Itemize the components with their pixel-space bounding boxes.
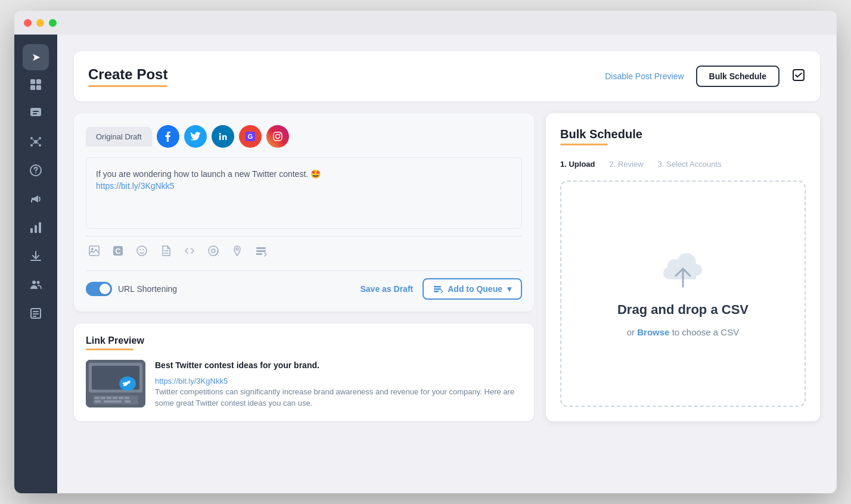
sidebar-item-users[interactable]	[23, 273, 49, 299]
sidebar-item-chat[interactable]	[23, 101, 49, 127]
help-icon	[29, 164, 42, 180]
svg-rect-0	[30, 79, 35, 84]
post-link[interactable]: https://bit.ly/3KgNkk5	[96, 181, 175, 191]
sidebar-item-download[interactable]	[23, 244, 49, 270]
queue-toolbar-icon[interactable]	[253, 242, 269, 262]
svg-rect-3	[36, 85, 41, 90]
step-2[interactable]: 2. Review	[610, 160, 644, 169]
composer-card: Original Draft	[74, 113, 534, 312]
close-button[interactable]	[24, 19, 32, 27]
svg-point-17	[35, 172, 36, 173]
article-title: Best Twitter contest ideas for your bran…	[155, 360, 522, 372]
facebook-tab[interactable]	[157, 125, 179, 148]
dropdown-chevron-icon: ▾	[507, 284, 511, 294]
code-toolbar-icon[interactable]	[181, 242, 198, 262]
chat-icon	[29, 107, 42, 123]
add-to-queue-label: Add to Queue	[448, 284, 502, 294]
preview-image-mock	[86, 360, 145, 407]
link-preview-title-bar	[86, 349, 133, 350]
app-body: ➤	[14, 35, 837, 493]
page-title-container: Create Post	[88, 66, 167, 87]
add-to-queue-button[interactable]: Add to Queue ▾	[423, 278, 522, 300]
tab-original-draft[interactable]: Original Draft	[86, 127, 152, 147]
svg-rect-48	[256, 247, 266, 249]
post-text: If you are wondering how to launch a new…	[96, 167, 512, 181]
right-column: Bulk Schedule 1. Upload 2. Review 3. Sel…	[546, 113, 820, 421]
sidebar-item-notes[interactable]	[23, 301, 49, 328]
svg-line-12	[33, 139, 34, 141]
svg-point-42	[143, 249, 144, 250]
maximize-button[interactable]	[49, 19, 57, 27]
upload-area-title: Drag and drop a CSV	[617, 302, 748, 318]
url-shortening-row: URL Shortening	[86, 282, 177, 296]
sidebar-item-send[interactable]: ➤	[23, 44, 49, 70]
svg-rect-60	[107, 397, 111, 399]
titlebar	[14, 11, 837, 35]
title-underline	[88, 85, 167, 87]
header-actions: Disable Post Preview Bulk Schedule	[605, 66, 806, 87]
instagram-tab[interactable]	[266, 125, 289, 148]
image-toolbar-icon[interactable]	[86, 242, 103, 262]
two-col-layout: Original Draft	[74, 113, 820, 421]
disable-preview-button[interactable]: Disable Post Preview	[605, 71, 684, 81]
svg-point-8	[30, 137, 33, 139]
svg-rect-58	[95, 397, 100, 399]
svg-point-35	[279, 133, 281, 135]
article-url[interactable]: https://bit.ly/3KgNkk5	[155, 377, 228, 385]
network-icon	[29, 135, 42, 151]
post-content-area[interactable]: If you are wondering how to launch a new…	[86, 157, 522, 229]
svg-point-46	[212, 249, 215, 253]
download-icon	[29, 250, 42, 266]
header-card: Create Post Disable Post Preview Bulk Sc…	[74, 51, 820, 101]
sidebar-item-analytics[interactable]	[23, 216, 49, 242]
linkedin-tab[interactable]	[212, 125, 234, 148]
send-icon: ➤	[32, 51, 41, 64]
upload-subtitle: or Browse to choose a CSV	[627, 327, 739, 337]
upload-area[interactable]: Drag and drop a CSV or Browse to choose …	[560, 181, 806, 407]
svg-rect-66	[125, 400, 131, 403]
svg-rect-53	[434, 291, 439, 293]
googlemybusiness-tab[interactable]: G	[239, 125, 262, 148]
page-title: Create Post	[88, 66, 167, 83]
location-toolbar-icon[interactable]	[229, 242, 246, 262]
svg-rect-61	[113, 397, 117, 399]
mention-toolbar-icon[interactable]	[205, 242, 222, 262]
sidebar-item-network[interactable]	[23, 130, 49, 156]
bulk-schedule-header-button[interactable]: Bulk Schedule	[696, 66, 779, 87]
svg-point-30	[219, 133, 220, 135]
svg-point-9	[39, 137, 41, 139]
link-preview-image	[86, 360, 145, 407]
step-3[interactable]: 3. Select Accounts	[658, 160, 722, 169]
svg-point-47	[236, 248, 238, 250]
svg-rect-33	[274, 132, 282, 141]
svg-point-21	[32, 281, 36, 284]
svg-rect-6	[33, 113, 37, 114]
queue-button-icon	[433, 284, 443, 294]
bulk-schedule-panel: Bulk Schedule 1. Upload 2. Review 3. Sel…	[546, 113, 820, 421]
link-preview-title: Link Preview	[86, 335, 522, 346]
browse-link[interactable]: Browse	[637, 327, 669, 337]
sidebar: ➤	[14, 35, 57, 493]
link-preview-content: Best Twitter contest ideas for your bran…	[86, 360, 522, 409]
svg-point-11	[39, 144, 41, 147]
svg-point-22	[37, 281, 40, 284]
main-content: Create Post Disable Post Preview Bulk Sc…	[57, 35, 837, 493]
svg-text:C: C	[115, 247, 121, 256]
dashboard-icon	[30, 79, 42, 94]
svg-line-14	[33, 143, 34, 144]
content-toolbar-icon[interactable]: C	[110, 242, 126, 262]
save-draft-button[interactable]: Save as Draft	[361, 284, 414, 294]
url-shortening-toggle[interactable]	[86, 282, 112, 296]
minimize-button[interactable]	[36, 19, 44, 27]
sidebar-item-help[interactable]	[23, 158, 49, 185]
url-shortening-label: URL Shortening	[118, 284, 177, 294]
svg-line-15	[38, 143, 39, 144]
svg-point-37	[91, 248, 94, 250]
emoji-toolbar-icon[interactable]	[133, 242, 150, 262]
sidebar-item-dashboard[interactable]	[23, 73, 49, 99]
sidebar-item-megaphone[interactable]	[23, 187, 49, 213]
left-column: Original Draft	[74, 113, 534, 421]
file-toolbar-icon[interactable]	[157, 242, 174, 262]
step-1[interactable]: 1. Upload	[560, 160, 595, 169]
twitter-tab[interactable]	[184, 125, 207, 148]
